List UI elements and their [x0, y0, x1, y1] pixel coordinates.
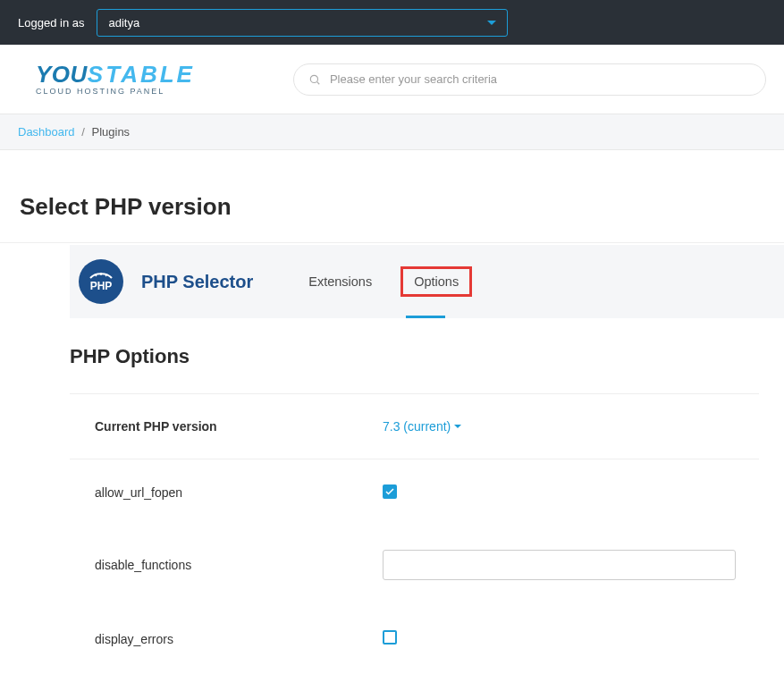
- search-box[interactable]: [293, 63, 766, 96]
- php-version-dropdown[interactable]: 7.3 (current): [383, 419, 461, 434]
- svg-text:PHP: PHP: [90, 280, 113, 292]
- logo: YOUSTABLE CLOUD HOSTING PANEL: [36, 63, 195, 96]
- caret-down-icon: [487, 21, 496, 25]
- selector-header: PHP PHP Selector Extensions Options: [70, 245, 784, 318]
- svg-point-0: [310, 75, 317, 82]
- option-label: display_errors: [70, 632, 383, 646]
- display-errors-checkbox[interactable]: [383, 630, 397, 645]
- option-label: disable_functions: [70, 558, 383, 572]
- svg-line-1: [317, 81, 320, 84]
- logged-in-label: Logged in as: [18, 16, 84, 29]
- breadcrumb-current: Plugins: [91, 125, 130, 139]
- header-bar: YOUSTABLE CLOUD HOSTING PANEL: [0, 45, 784, 114]
- row-allow-url-fopen: allow_url_fopen: [70, 459, 759, 525]
- active-tab-underline: [406, 316, 445, 318]
- breadcrumb-dashboard-link[interactable]: Dashboard: [18, 125, 75, 139]
- php-version-value: 7.3 (current): [383, 419, 451, 434]
- breadcrumb: Dashboard / Plugins: [0, 114, 784, 150]
- topbar: Logged in as aditya: [0, 0, 784, 45]
- divider: [0, 242, 784, 243]
- row-current-php-version: Current PHP version 7.3 (current): [70, 394, 759, 459]
- options-title: PHP Options: [70, 345, 759, 393]
- row-disable-functions: disable_functions: [70, 525, 759, 605]
- username: aditya: [108, 16, 139, 29]
- logo-part1: YOU: [36, 61, 88, 88]
- selector-tabs: Extensions Options: [298, 266, 472, 297]
- current-version-label: Current PHP version: [70, 419, 383, 434]
- search-input[interactable]: [330, 72, 751, 86]
- breadcrumb-separator: /: [81, 125, 85, 139]
- search-icon: [308, 73, 321, 86]
- php-icon: PHP: [79, 259, 123, 304]
- logo-subtitle: CLOUD HOSTING PANEL: [36, 88, 195, 96]
- user-select-dropdown[interactable]: aditya: [97, 9, 508, 37]
- content-area: PHP Options Current PHP version 7.3 (cur…: [0, 318, 759, 647]
- option-label: allow_url_fopen: [70, 485, 383, 500]
- tab-extensions[interactable]: Extensions: [298, 269, 383, 294]
- row-display-errors: display_errors: [70, 605, 759, 647]
- selector-title: PHP Selector: [141, 272, 253, 292]
- logo-part2: STABLE: [88, 61, 195, 88]
- tab-options[interactable]: Options: [400, 266, 472, 297]
- caret-down-icon: [454, 425, 461, 428]
- page-title: Select PHP version: [0, 150, 784, 242]
- allow-url-fopen-checkbox[interactable]: [383, 484, 397, 499]
- disable-functions-input[interactable]: [383, 550, 736, 580]
